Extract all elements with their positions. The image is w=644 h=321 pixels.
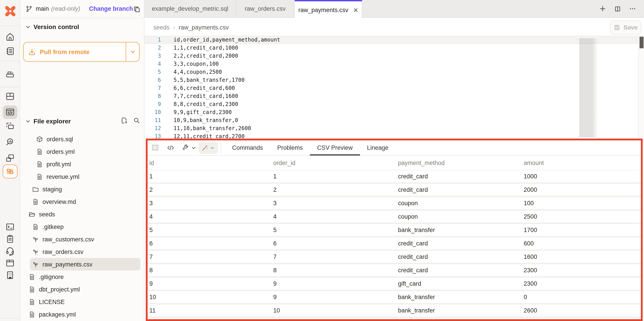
- version-control-header[interactable]: Version control: [26, 23, 79, 30]
- headset-icon[interactable]: [5, 246, 15, 256]
- tab-lineage[interactable]: Lineage: [360, 140, 396, 155]
- column-header-payment-method[interactable]: payment_method: [396, 160, 522, 166]
- code-icon[interactable]: [167, 144, 174, 152]
- tab-csv-preview[interactable]: CSV Preview: [310, 140, 360, 155]
- editor-minimap[interactable]: [579, 38, 598, 138]
- editor-line[interactable]: 87,7,credit_card,1600: [144, 92, 644, 100]
- home-icon[interactable]: [5, 32, 15, 42]
- building-icon[interactable]: [5, 270, 15, 280]
- branch-bar: main(read-only) Change branch: [20, 0, 144, 18]
- file-item-revenue-yml[interactable]: revenue.yml: [20, 170, 144, 183]
- wrench-icon[interactable]: [182, 144, 190, 152]
- editor-line[interactable]: 1312,11,credit_card,2700: [144, 132, 644, 138]
- editor-scrollbar[interactable]: [638, 36, 644, 138]
- file-item-dbt-project-yml[interactable]: dbt_project.yml: [20, 283, 144, 296]
- file-item-orders-sql[interactable]: orders.sql: [20, 133, 144, 145]
- editor-line[interactable]: 1110,9,bank_transfer,0: [144, 116, 644, 124]
- file-item-profit-yml[interactable]: profit.yml: [20, 158, 144, 170]
- line-number: 6: [144, 76, 161, 84]
- pull-from-remote-button[interactable]: Pull from remote: [23, 42, 140, 62]
- download-icon: [28, 48, 36, 56]
- file-item-packages-yml[interactable]: packages.yml: [20, 308, 144, 320]
- pull-options-dropdown[interactable]: [126, 42, 139, 61]
- new-tab-icon[interactable]: [599, 5, 606, 12]
- code-editor[interactable]: 1id,order_id,payment_method,amount 21,1,…: [144, 36, 644, 138]
- tab-commands[interactable]: Commands: [225, 140, 270, 155]
- code-editor-icon[interactable]: [5, 107, 15, 117]
- file-item-orders-yml[interactable]: orders.yml: [20, 145, 144, 158]
- clipboard-icon[interactable]: [5, 234, 15, 244]
- file-icon: [36, 173, 43, 180]
- table-row[interactable]: 99gift_card2300: [148, 278, 641, 291]
- table-row[interactable]: 1110bank_transfer2600: [148, 304, 641, 318]
- editor-line[interactable]: 32,2,credit_card,2000: [144, 52, 644, 60]
- editor-line[interactable]: 54,4,coupon,2500: [144, 68, 644, 76]
- line-text: 7,7,credit_card,1600: [174, 92, 238, 100]
- cell: 6: [148, 240, 272, 247]
- file-item-raw-orders-csv[interactable]: raw_orders.csv: [20, 246, 144, 258]
- close-tab-icon[interactable]: [353, 8, 358, 12]
- split-pane-icon[interactable]: [614, 6, 621, 12]
- frame-select-icon[interactable]: [5, 121, 15, 132]
- magic-wand-button[interactable]: [198, 142, 218, 154]
- branch-mode: (read-only): [51, 5, 80, 12]
- file-label: .gitkeep: [42, 223, 64, 230]
- save-button[interactable]: Save: [610, 20, 641, 34]
- file-item-raw-customers-csv[interactable]: raw_customers.csv: [20, 233, 144, 246]
- new-file-icon[interactable]: [121, 117, 128, 124]
- editor-line[interactable]: 43,3,coupon,100: [144, 60, 644, 68]
- dashboard-icon[interactable]: [5, 91, 15, 102]
- table-row[interactable]: 22credit_card2000: [148, 184, 641, 197]
- tab-raw-payments-csv[interactable]: raw_payments.csv: [295, 0, 362, 18]
- tab-label: raw_orders.csv: [245, 5, 286, 12]
- cell: 0: [522, 294, 641, 300]
- table-row[interactable]: 66credit_card600: [148, 238, 641, 251]
- search-files-icon[interactable]: [133, 117, 140, 124]
- editor-line[interactable]: 21,1,credit_card,1000: [144, 44, 644, 52]
- scrollbar-thumb[interactable]: [640, 37, 644, 48]
- column-header-id[interactable]: id: [148, 160, 272, 166]
- tab-raw-orders-csv[interactable]: raw_orders.csv: [236, 0, 295, 18]
- breadcrumb-folder[interactable]: seeds: [154, 24, 170, 31]
- folder-item-seeds[interactable]: seeds: [20, 208, 144, 220]
- insights-search-icon[interactable]: [5, 137, 15, 147]
- file-item-gitignore[interactable]: .gitignore: [20, 270, 144, 283]
- column-header-amount[interactable]: amount: [522, 160, 641, 166]
- change-branch-link[interactable]: Change branch: [89, 0, 133, 18]
- layers-icon[interactable]: [5, 69, 15, 79]
- column-header-order-id[interactable]: order_id: [272, 160, 396, 166]
- windows-icon[interactable]: [5, 153, 15, 163]
- file-item-raw-payments-csv[interactable]: raw_payments.csv: [30, 258, 140, 270]
- browser-icon[interactable]: [5, 258, 15, 268]
- atom-icon[interactable]: [3, 164, 18, 178]
- tab-example-develop-metric-sql[interactable]: example_develop_metric.sql: [144, 0, 236, 18]
- pull-from-remote-main[interactable]: Pull from remote: [24, 42, 126, 61]
- file-item-overview-md[interactable]: overview.md: [20, 195, 144, 208]
- table-row[interactable]: 44coupon2500: [148, 210, 641, 224]
- table-icon[interactable]: [151, 144, 159, 152]
- editor-line[interactable]: 1id,order_id,payment_method,amount: [144, 36, 644, 44]
- table-row[interactable]: 109bank_transfer0: [148, 291, 641, 304]
- table-row[interactable]: 11credit_card1000: [148, 170, 641, 184]
- editor-line[interactable]: 65,5,bank_transfer,1700: [144, 76, 644, 84]
- file-item-gitkeep[interactable]: .gitkeep: [20, 220, 144, 233]
- terminal-icon[interactable]: [5, 222, 15, 232]
- more-options-icon[interactable]: [629, 5, 636, 12]
- editor-line[interactable]: 76,6,credit_card,600: [144, 84, 644, 92]
- file-label: raw_orders.csv: [42, 248, 84, 255]
- tab-problems[interactable]: Problems: [270, 140, 310, 155]
- table-row[interactable]: 77credit_card1600: [148, 251, 641, 264]
- editor-line[interactable]: 98,8,credit_card,2300: [144, 100, 644, 108]
- file-item-license[interactable]: LICENSE: [20, 296, 144, 308]
- table-row[interactable]: 33coupon100: [148, 197, 641, 210]
- file-explorer-header[interactable]: File explorer: [26, 118, 71, 125]
- editor-line[interactable]: 1211,10,bank_transfer,2600: [144, 124, 644, 132]
- folder-item-staging[interactable]: staging: [20, 183, 144, 195]
- table-row[interactable]: 88credit_card2300: [148, 264, 641, 278]
- notebook-icon[interactable]: [5, 46, 15, 56]
- chevron-down-icon[interactable]: [192, 146, 196, 150]
- editor-line[interactable]: 109,9,gift_card,2300: [144, 108, 644, 116]
- copy-branch-icon[interactable]: [133, 5, 140, 12]
- table-row[interactable]: 55bank_transfer1700: [148, 224, 641, 238]
- file-label: raw_payments.csv: [42, 261, 92, 268]
